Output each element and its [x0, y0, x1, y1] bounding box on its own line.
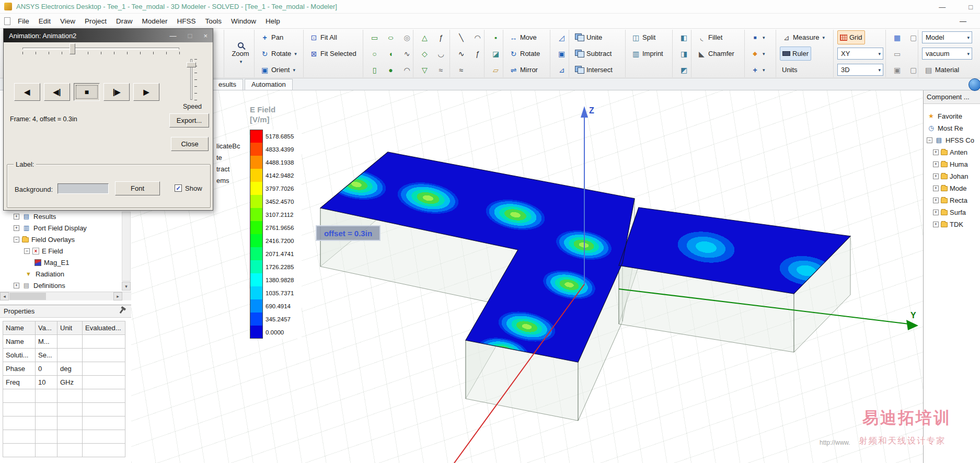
duplicate-dropdown-button[interactable]: ◆▾ — [748, 47, 767, 61]
local-cs-icon[interactable]: ▣ — [890, 63, 905, 77]
mirror-button[interactable]: ⇌Mirror — [507, 63, 540, 77]
imprint-button[interactable]: ▥Imprint — [629, 47, 665, 61]
tree-item-e-field[interactable]: − × E Field — [24, 246, 63, 256]
component-item-antennas[interactable]: +Anten — [933, 147, 967, 157]
export-button[interactable]: Export... — [169, 113, 209, 128]
tab-automation[interactable]: Automation — [245, 79, 293, 90]
menu-project[interactable]: Project — [80, 15, 111, 27]
viewport-3d[interactable]: Z Y E Field [V/m] 5178.6855 4833.4399 44… — [131, 90, 923, 463]
info-bubble-icon[interactable] — [969, 78, 980, 91]
expand-icon[interactable]: + — [933, 210, 939, 215]
cs-dropdown-button[interactable]: +▾ — [748, 63, 767, 77]
play-button[interactable]: ▶ — [133, 83, 159, 101]
section-x-icon[interactable]: ◧ — [676, 30, 691, 44]
expand-icon[interactable]: + — [933, 149, 939, 155]
menu-help[interactable]: Help — [261, 15, 285, 27]
menu-tools[interactable]: Tools — [200, 15, 226, 27]
expand-icon[interactable]: − — [14, 237, 19, 242]
draw-point-icon[interactable]: ▪ — [488, 30, 503, 44]
expand-icon[interactable]: + — [933, 161, 939, 167]
ruler-plane-icon[interactable]: ▭ — [890, 47, 905, 61]
orient-button[interactable]: ▣Orient▾ — [258, 63, 297, 77]
expand-icon[interactable]: + — [933, 222, 939, 227]
expand-icon[interactable]: − — [24, 248, 30, 254]
close-button[interactable]: Close — [171, 137, 209, 151]
step-forward-button[interactable]: |▶ — [103, 83, 130, 101]
menu-view[interactable]: View — [55, 15, 80, 27]
col-unit[interactable]: Unit — [57, 321, 83, 335]
expand-icon[interactable]: + — [933, 186, 939, 191]
component-panel-header[interactable]: Component ... — [924, 90, 980, 104]
unite-button[interactable]: Unite — [573, 30, 604, 44]
scroll-down-icon[interactable]: ▾ — [122, 282, 131, 291]
draw-3pt-arc-icon[interactable]: ◠ — [470, 30, 485, 44]
fillet-button[interactable]: ◟Fillet — [695, 30, 724, 44]
menu-modeler[interactable]: Modeler — [137, 15, 172, 27]
draw-circle-icon[interactable]: ○ — [367, 47, 382, 61]
measure-button[interactable]: ⊿Measure▾ — [780, 30, 827, 44]
component-item-modelithics[interactable]: +Mode — [933, 183, 967, 193]
split-button[interactable]: ◫Split — [629, 30, 658, 44]
rotate-button[interactable]: ↻Rotate — [507, 47, 542, 61]
align-dropdown-button[interactable]: ■▾ — [748, 30, 767, 44]
component-item-most-recent[interactable]: ◷Most Re — [927, 123, 963, 133]
model-select[interactable]: Model▾ — [922, 31, 972, 43]
component-item-human[interactable]: +Huma — [933, 159, 968, 169]
pan-button[interactable]: +Pan — [258, 30, 285, 44]
offset-icon[interactable]: ▣ — [554, 47, 569, 61]
draw-arc-icon[interactable]: ◠ — [399, 63, 414, 77]
wedge-icon[interactable]: ⊿ — [554, 63, 569, 77]
section-y-icon[interactable]: ◨ — [676, 47, 691, 61]
create-face-icon[interactable]: ◪ — [488, 47, 503, 61]
draw-ellipse-icon[interactable]: ○ — [380, 30, 401, 44]
speed-slider-thumb[interactable] — [187, 62, 196, 67]
properties-header[interactable]: Properties — [0, 305, 131, 318]
units-button[interactable]: Units — [780, 63, 800, 77]
snap-grid-icon[interactable]: ▦ — [890, 30, 905, 44]
scroll-right-icon[interactable]: ▸ — [113, 292, 122, 300]
dimension-select[interactable]: 3D▾ — [837, 64, 883, 76]
draw-spiral-icon[interactable]: ◎ — [399, 30, 414, 44]
font-button[interactable]: Font — [115, 181, 160, 195]
section-z-icon[interactable]: ◩ — [676, 63, 691, 77]
equation-surface-icon[interactable]: ƒ — [433, 30, 448, 44]
grid-toggle-button[interactable]: Grid — [837, 30, 865, 44]
component-item-favorite[interactable]: ★Favorite — [927, 111, 962, 121]
menu-file[interactable]: File — [13, 15, 34, 27]
dialog-titlebar[interactable]: Animation: Animation2 — □ × — [4, 29, 213, 42]
draw-spline-icon[interactable]: ∿ — [399, 47, 414, 61]
show-checkbox[interactable]: ✓ — [175, 184, 182, 192]
chamfer-button[interactable]: ◣Chamfer — [695, 47, 736, 61]
draw-segment-icon[interactable]: ◖ — [383, 47, 398, 61]
draw-sphere-icon[interactable]: ● — [383, 63, 398, 77]
table-row[interactable]: Phase 0 deg — [3, 362, 125, 376]
menu-window[interactable]: Window — [226, 15, 261, 27]
ruler-button[interactable]: Ruler — [780, 47, 811, 61]
plane-select[interactable]: XY▾ — [837, 48, 883, 60]
pin-icon[interactable] — [120, 309, 124, 314]
create-plane-icon[interactable]: ▱ — [488, 63, 503, 77]
draw-rhombus-icon[interactable]: ◇ — [417, 47, 432, 61]
draw-cylinder-icon[interactable]: ▯ — [367, 63, 382, 77]
tree-item-definitions[interactable]: + ▤ Definitions — [14, 281, 65, 290]
draw-triangle-icon[interactable]: △ — [417, 30, 432, 44]
component-item-tdk[interactable]: +TDK — [933, 219, 963, 229]
fit-all-button[interactable]: ⊡Fit All — [307, 30, 339, 44]
table-row[interactable]: Freq 10 GHz — [3, 376, 125, 389]
draw-polyline-icon[interactable]: ∿ — [454, 47, 469, 61]
material-select[interactable]: vacuum▾ — [922, 48, 972, 60]
component-item-johanson[interactable]: +Johan — [933, 171, 968, 181]
expand-icon[interactable]: + — [14, 214, 19, 219]
step-back-button[interactable]: ◀| — [44, 83, 70, 101]
draw-line-icon[interactable]: ╲ — [454, 30, 469, 44]
col-evaluated[interactable]: Evaluated... — [83, 321, 125, 335]
draw-sweep-icon[interactable]: ≈ — [454, 63, 469, 77]
col-name[interactable]: Name — [3, 321, 36, 335]
go-to-start-button[interactable]: ◀ — [14, 83, 40, 101]
zoom-button[interactable]: Zoom ▾ — [228, 30, 253, 76]
draw-arc-center-icon[interactable]: ◡ — [433, 47, 448, 61]
restore-button[interactable]: □ — [969, 3, 973, 11]
draw-cone-icon[interactable]: ▽ — [417, 63, 432, 77]
table-row[interactable]: Soluti... Se... — [3, 349, 125, 362]
dialog-minimize-button[interactable]: — — [170, 32, 177, 40]
